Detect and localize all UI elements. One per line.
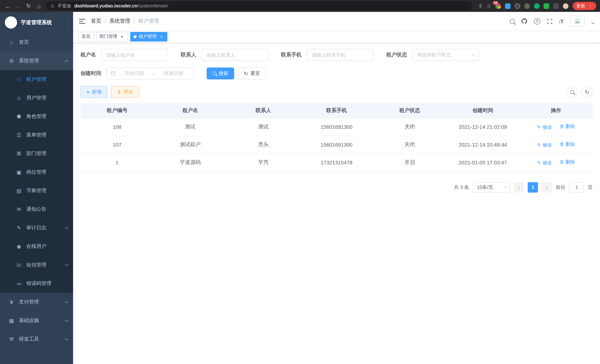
cell-actions: 修改 删除 — [519, 118, 593, 136]
browser-home-button[interactable] — [35, 2, 43, 10]
font-size-icon[interactable] — [559, 18, 564, 24]
goto-page-input[interactable] — [569, 182, 584, 192]
fullscreen-icon[interactable] — [547, 18, 553, 24]
sidebar-item-tenant-management[interactable]: 租户管理 — [0, 70, 73, 89]
sidebar-item-system-management[interactable]: 系统管理 — [0, 52, 73, 70]
header-actions — [510, 16, 594, 27]
prev-page-button[interactable] — [514, 182, 524, 192]
edit-link[interactable]: 修改 — [537, 159, 552, 166]
url-text[interactable]: dashboard.yudao.iocoder.cn/system/tenant — [75, 3, 168, 9]
sidebar-item-audit-log[interactable]: 审计日志 — [0, 219, 73, 237]
search-button-label: 搜索 — [219, 70, 228, 77]
edit-label: 修改 — [543, 124, 552, 131]
tab-label: 租户管理 — [139, 33, 157, 40]
browser-menu-icon[interactable] — [588, 3, 593, 9]
sidebar-item-department-management[interactable]: 部门管理 — [0, 144, 73, 163]
extension-icon-green-square[interactable] — [544, 3, 549, 9]
sidebar-item-home[interactable]: 首页 — [0, 33, 73, 52]
user-avatar[interactable] — [570, 16, 585, 27]
close-icon[interactable] — [120, 34, 125, 39]
breadcrumb-system-management[interactable]: 系统管理 — [110, 18, 130, 25]
toggle-search-button[interactable] — [567, 86, 578, 98]
breadcrumb-home[interactable]: 首页 — [91, 18, 101, 25]
security-label[interactable]: 不安全 — [57, 3, 71, 9]
sidebar-item-menu-management[interactable]: 菜单管理 — [0, 126, 73, 144]
add-button-label: 新增 — [92, 89, 101, 95]
delete-link[interactable]: 删除 — [560, 141, 575, 148]
extension-icon-dark[interactable] — [515, 3, 520, 9]
extensions-puzzle-icon[interactable] — [553, 3, 559, 9]
search-icon — [213, 72, 216, 75]
sidebar-item-error-code-management[interactable]: 错误码管理 — [0, 274, 73, 293]
tenant-name-input[interactable] — [101, 49, 168, 61]
tab-department-management[interactable]: 部门管理 — [96, 32, 128, 41]
chevron-down-icon — [65, 262, 68, 266]
contact-phone-input[interactable] — [307, 49, 374, 61]
extension-icon-olive[interactable] — [524, 3, 530, 9]
badge-icon — [16, 169, 22, 175]
sidebar-item-label: 错误码管理 — [26, 280, 68, 287]
sidebar-item-payment-management[interactable]: 支付管理 — [0, 293, 73, 311]
reset-button[interactable]: 重置 — [238, 67, 266, 79]
share-icon[interactable] — [478, 3, 482, 9]
delete-link[interactable]: 删除 — [560, 159, 575, 166]
browser-reload-button[interactable] — [25, 2, 33, 10]
address-bar[interactable]: 不安全 dashboard.yudao.iocoder.cn/system/te… — [46, 1, 472, 10]
next-page-button[interactable] — [542, 182, 552, 192]
refresh-button[interactable] — [581, 86, 593, 98]
browser-actions: 10 更新 — [478, 2, 596, 10]
extension-badge: 10 — [493, 1, 498, 5]
browser-forward-button[interactable] — [14, 2, 22, 10]
cell-name: 测试租户 — [154, 136, 227, 154]
logo-title: 芋道管理系统 — [21, 19, 52, 26]
page-1-button[interactable]: 1 — [528, 182, 538, 192]
add-button[interactable]: 新增 — [81, 86, 107, 98]
infrastructure-icon — [8, 318, 15, 324]
avatar-caret-icon[interactable] — [591, 21, 595, 24]
edit-link[interactable]: 修改 — [537, 124, 552, 131]
header-search-icon[interactable] — [510, 19, 515, 24]
gear-icon — [8, 58, 15, 64]
bookmark-star-icon[interactable] — [487, 3, 491, 9]
sidebar-item-dev-tools[interactable]: 研发工具 — [0, 330, 73, 348]
export-button[interactable]: 导出 — [111, 86, 139, 98]
delete-link[interactable]: 删除 — [560, 123, 575, 130]
edit-link[interactable]: 修改 — [537, 142, 552, 149]
sidebar-collapse-icon[interactable] — [79, 18, 85, 24]
close-icon[interactable] — [159, 34, 164, 39]
sidebar-item-notice[interactable]: 通知公告 — [0, 200, 73, 219]
tab-home[interactable]: 首页 — [78, 32, 94, 41]
tenant-status-select[interactable]: 请选择租户状态 — [412, 49, 479, 61]
sidebar-item-infrastructure[interactable]: 基础设施 — [0, 311, 73, 330]
logo[interactable]: 芋道管理系统 — [0, 12, 73, 33]
edit-label: 修改 — [543, 159, 552, 166]
update-label: 更新 — [576, 3, 585, 9]
delete-label: 删除 — [565, 159, 575, 166]
sidebar-item-dict-management[interactable]: 字典管理 — [0, 181, 73, 200]
url-path: /system/tenant — [138, 3, 168, 9]
github-icon[interactable] — [521, 18, 528, 25]
page-size-select[interactable]: 10条/页 — [473, 182, 510, 192]
breadcrumb-current: 租户管理 — [138, 18, 159, 25]
sidebar-item-role-management[interactable]: 角色管理 — [0, 107, 73, 126]
sidebar-item-sms-management[interactable]: 短信管理 — [0, 256, 73, 274]
sidebar-item-post-management[interactable]: 岗位管理 — [0, 163, 73, 181]
col-tenant-status: 租户状态 — [373, 103, 446, 118]
help-icon[interactable] — [534, 18, 540, 24]
tab-tenant-management[interactable]: 租户管理 — [130, 32, 167, 41]
pagination: 共 3 条 10条/页 1 前往 页 — [81, 182, 593, 192]
contact-input[interactable] — [201, 49, 268, 61]
col-tenant-name: 租户名 — [154, 103, 227, 118]
logo-avatar — [5, 16, 17, 28]
extension-icon-blue[interactable] — [505, 3, 511, 9]
browser-profile-avatar[interactable] — [563, 3, 568, 9]
update-button[interactable]: 更新 — [572, 2, 596, 10]
sidebar-item-online-users[interactable]: 在线用户 — [0, 237, 73, 256]
create-time-range-picker[interactable]: 开始日期 - 结束日期 — [106, 67, 194, 79]
browser-back-button[interactable] — [4, 2, 12, 10]
search-button[interactable]: 搜索 — [207, 67, 234, 79]
breadcrumb-separator: / — [134, 18, 135, 24]
extension-icon-green-circle[interactable] — [534, 3, 540, 9]
extension-icon-colorful[interactable]: 10 — [495, 3, 501, 9]
sidebar-item-user-management[interactable]: 用户管理 — [0, 89, 73, 107]
